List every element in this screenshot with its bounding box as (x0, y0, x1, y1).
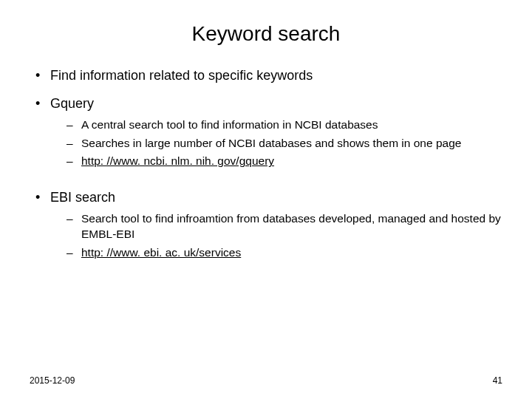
slide-title: Keyword search (30, 22, 502, 46)
sub-text: Search tool to find infroamtion from dat… (81, 212, 501, 240)
link-text[interactable]: http: //www. ebi. ac. uk/services (81, 246, 241, 259)
sub-list: A central search tool to find informatio… (66, 117, 502, 170)
bullet-item: Gquery A central search tool to find inf… (30, 95, 502, 169)
link-text[interactable]: http: //www. ncbi. nlm. nih. gov/gquery (81, 154, 274, 167)
sub-item: A central search tool to find informatio… (66, 117, 502, 133)
sub-item: http: //www. ebi. ac. uk/services (66, 245, 502, 261)
bullet-text: Find information related to specific key… (50, 68, 313, 83)
sub-text: Searches in large number of NCBI databas… (81, 137, 461, 149)
bullet-item: Find information related to specific key… (30, 66, 502, 84)
page-number: 41 (493, 375, 502, 386)
sub-item: Searches in large number of NCBI databas… (66, 136, 502, 151)
sub-item: http: //www. ncbi. nlm. nih. gov/gquery (66, 154, 502, 169)
bullet-item: EBI search Search tool to find infroamti… (30, 188, 502, 260)
slide: Keyword search Find information related … (0, 0, 532, 399)
footer-date: 2015-12-09 (30, 375, 75, 386)
bullet-list: Find information related to specific key… (30, 66, 502, 260)
bullet-text: EBI search (50, 190, 115, 205)
bullet-text: Gquery (50, 96, 94, 111)
sub-list: Search tool to find infroamtion from dat… (66, 211, 502, 261)
sub-text: A central search tool to find informatio… (81, 118, 378, 131)
sub-item: Search tool to find infroamtion from dat… (66, 211, 502, 242)
